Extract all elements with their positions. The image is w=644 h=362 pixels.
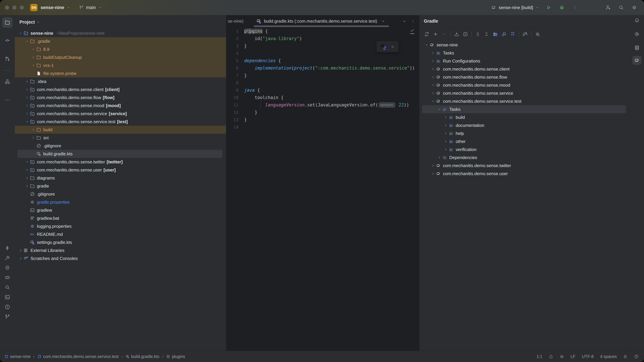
chevron-collapsed-icon[interactable] <box>30 63 36 67</box>
sync-gradle-icon[interactable] <box>422 30 431 38</box>
chevron-collapsed-icon[interactable] <box>443 132 448 135</box>
window-controls[interactable] <box>5 5 24 9</box>
more-tool-windows-icon[interactable] <box>2 95 12 105</box>
chevron-collapsed-icon[interactable] <box>443 115 448 119</box>
tab-scrollbar[interactable] <box>254 25 389 27</box>
chevron-expanded-icon[interactable] <box>24 39 30 43</box>
breadcrumb-item[interactable]: sense-nine <box>4 354 30 359</box>
structure-icon[interactable] <box>2 76 12 87</box>
code-line-1[interactable]: 1plugins { <box>226 27 419 35</box>
services-icon[interactable] <box>3 273 12 282</box>
chevron-collapsed-icon[interactable] <box>24 80 30 83</box>
project-switcher[interactable]: sense-nine <box>40 5 71 10</box>
caret-position[interactable]: 1:1 <box>536 354 542 359</box>
offline-mode-icon[interactable] <box>521 30 530 38</box>
project-tree-row-sense-nine[interactable]: sense-nine~/IdeaProjects/sense-nine <box>15 29 226 37</box>
breadcrumb-item[interactable]: build.gradle.kts <box>126 354 159 359</box>
chevron-collapsed-icon[interactable] <box>30 47 36 51</box>
proofread-icon[interactable] <box>549 354 553 359</box>
chevron-expanded-icon[interactable] <box>424 43 430 47</box>
chevron-collapsed-icon[interactable] <box>30 136 36 140</box>
gradle-tree-row-com.mechanitis.demo.sense.user[interactable]: com.mechanitis.demo.sense.user <box>420 170 630 178</box>
build-icon[interactable] <box>3 253 12 263</box>
chevron-collapsed-icon[interactable] <box>430 75 436 79</box>
project-tree-row-diagrams[interactable]: diagrams <box>15 174 226 182</box>
gradle-tree-row-help[interactable]: help <box>420 129 630 137</box>
project-tree-row-com.mechanitis.demo.sense.flow[interactable]: com.mechanitis.demo.sense.flow[flow] <box>15 93 226 102</box>
gradle-settings-icon[interactable] <box>533 30 542 38</box>
code-line-14[interactable]: 14 <box>226 123 419 131</box>
project-tree-row-scratches-and-consoles[interactable]: Scratches and Consoles <box>15 254 226 263</box>
chevron-expanded-icon[interactable] <box>436 107 442 111</box>
chevron-collapsed-icon[interactable] <box>24 184 30 188</box>
group-tasks-icon[interactable] <box>491 30 500 38</box>
chevron-expanded-icon[interactable] <box>430 99 436 103</box>
pull-requests-icon[interactable] <box>2 54 12 64</box>
window-minimize-button[interactable] <box>12 5 16 9</box>
project-tree-row-external-libraries[interactable]: External Libraries <box>15 246 226 254</box>
chevron-collapsed-icon[interactable] <box>24 168 30 172</box>
project-tree-row-settings.gradle.kts[interactable]: settings.gradle.kts <box>15 238 226 246</box>
chevron-collapsed-icon[interactable] <box>430 172 436 175</box>
chevron-collapsed-icon[interactable] <box>430 59 436 63</box>
code-line-10[interactable]: 10 toolchain { <box>226 94 419 101</box>
dismiss-sync-icon[interactable] <box>390 44 395 49</box>
gradle-tree-row-com.mechanitis.demo.sense.service[interactable]: com.mechanitis.demo.sense.service <box>420 89 630 97</box>
branch-switcher[interactable]: main <box>79 5 103 10</box>
chevron-collapsed-icon[interactable] <box>24 104 30 107</box>
project-tree-row-gradlew[interactable]: gradlew <box>15 206 226 214</box>
project-tree-row-8.9[interactable]: 8.9 <box>15 45 226 53</box>
chevron-collapsed-icon[interactable] <box>24 176 30 180</box>
gradle-tree-row-com.mechanitis.demo.sense.flow[interactable]: com.mechanitis.demo.sense.flow <box>420 73 630 81</box>
code-line-5[interactable]: 5dependencies { <box>226 57 419 64</box>
search-everywhere-button[interactable] <box>617 3 625 11</box>
project-tree-row-com.mechanitis.demo.sense.user[interactable]: com.mechanitis.demo.sense.user[user] <box>15 166 226 174</box>
database-icon[interactable] <box>632 43 642 52</box>
project-tree-row-build.gradle.kts[interactable]: build.gradle.kts <box>18 150 222 158</box>
project-tree-row-.gitignore[interactable]: .gitignore <box>15 142 226 150</box>
window-zoom-button[interactable] <box>20 5 24 9</box>
chevron-collapsed-icon[interactable] <box>436 156 442 159</box>
chevron-collapsed-icon[interactable] <box>24 96 30 99</box>
inspection-widget[interactable] <box>410 28 414 34</box>
gradle-tree-row-other[interactable]: other <box>420 137 630 145</box>
project-tree-row-vcs-1[interactable]: vcs-1 <box>15 61 226 69</box>
debug-button[interactable] <box>558 3 566 11</box>
chevron-collapsed-icon[interactable] <box>443 140 448 143</box>
notifications-icon[interactable] <box>632 16 642 25</box>
collapse-all-icon[interactable] <box>482 30 491 38</box>
navigate-up-icon[interactable] <box>508 30 517 38</box>
project-tree-row-.idea[interactable]: .idea <box>15 77 226 85</box>
breadcrumb-item[interactable]: plugins <box>166 354 185 359</box>
gradle-tree-row-verification[interactable]: verification <box>420 145 630 153</box>
gradle-tree-row-com.mechanitis.demo.sense.mood[interactable]: com.mechanitis.demo.sense.mood <box>420 81 630 89</box>
gradle-tree-row-dependencies[interactable]: Dependencies <box>420 153 630 162</box>
chevron-collapsed-icon[interactable] <box>430 164 436 167</box>
project-tree-row-com.mechanitis.demo.sense.service[interactable]: com.mechanitis.demo.sense.service[servic… <box>15 110 226 118</box>
chevron-collapsed-icon[interactable] <box>430 51 436 55</box>
code-with-me-button[interactable] <box>604 3 612 11</box>
code-line-12[interactable]: 12 } <box>226 109 419 116</box>
problems-icon[interactable] <box>3 302 12 312</box>
profiler-icon[interactable] <box>3 263 12 272</box>
gradle-tree-row-build[interactable]: build <box>420 113 630 121</box>
run-button[interactable] <box>545 3 553 11</box>
gradle-tree-row-tasks[interactable]: Tasks <box>420 49 630 57</box>
chevron-collapsed-icon[interactable] <box>24 88 30 91</box>
write-access-icon[interactable] <box>623 354 628 359</box>
download-sources-icon[interactable] <box>452 30 461 38</box>
project-panel-header[interactable]: Project <box>15 15 226 29</box>
truncated-tab[interactable]: se-nine) <box>228 15 244 27</box>
gradle-tree-row-com.mechanitis.demo.sense.twitter[interactable]: com.mechanitis.demo.sense.twitter <box>420 162 630 170</box>
version-control-icon[interactable] <box>3 312 12 322</box>
project-tree-row-com.mechanitis.demo.sense.twitter[interactable]: com.mechanitis.demo.sense.twitter[twitte… <box>15 158 226 166</box>
run-config-selector[interactable]: sense-nine [build] <box>491 4 540 10</box>
gradle-tree-row-run-configurations[interactable]: Run Configurations <box>420 57 630 65</box>
more-actions-button[interactable] <box>571 3 579 11</box>
gradle-sync-icon[interactable] <box>380 43 387 50</box>
chevron-expanded-icon[interactable] <box>18 31 24 35</box>
find-task-icon[interactable] <box>500 30 508 38</box>
ai-assistant-icon[interactable] <box>632 29 642 38</box>
detach-project-icon[interactable] <box>440 30 448 38</box>
chevron-collapsed-icon[interactable] <box>18 249 24 252</box>
